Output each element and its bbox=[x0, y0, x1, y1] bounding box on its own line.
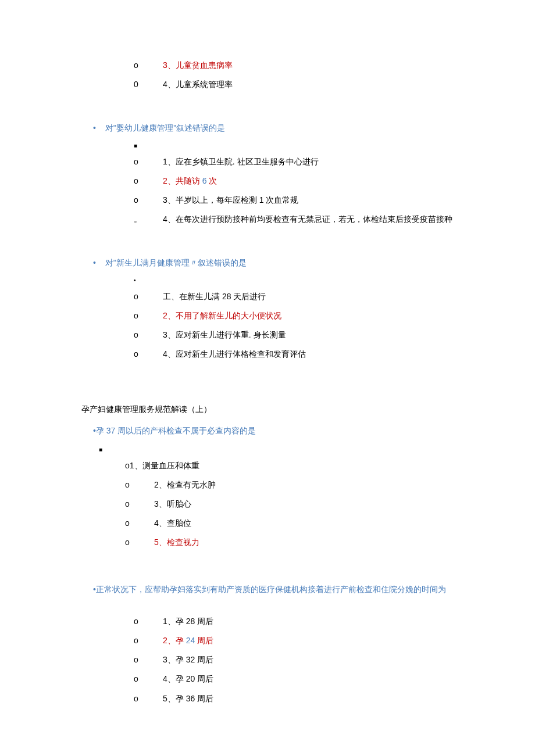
bullet-dot-icon: • bbox=[93, 258, 96, 267]
option-q3-1: o 工、在新生儿满 28 天后进行 bbox=[134, 289, 454, 304]
option-text: 2、孕 24 周后 bbox=[163, 633, 213, 648]
option-text: 2、检查有无水肿 bbox=[154, 478, 216, 492]
option-text: o1、测量血压和体重 bbox=[125, 461, 199, 470]
option-text: 4、查胎位 bbox=[154, 516, 191, 531]
option-q5-2: o 2、孕 24 周后 bbox=[134, 633, 454, 648]
bullet-o: o bbox=[134, 347, 163, 361]
option-q2-1: o 1、应在乡镇卫生院. 社区卫生服务中心进行 bbox=[134, 155, 454, 169]
option-text: 4、孕 20 周后 bbox=[163, 672, 213, 686]
bullet-o: o bbox=[134, 633, 163, 648]
bullet-o: o bbox=[134, 174, 163, 188]
bullet-o: o bbox=[134, 309, 163, 323]
sub-bullet-square-icon: ■ bbox=[134, 141, 454, 151]
opt2-pre: 2、孕 bbox=[163, 636, 186, 645]
option-text: 5、孕 36 周后 bbox=[163, 691, 213, 706]
q-post: 周以后的产科检查不属于必查内容的是 bbox=[115, 426, 256, 435]
option-q2-4: 。 4、在每次进行预防接种前均要检查有无禁忌证，若无，体检结束后接受疫苗接种 bbox=[134, 212, 454, 227]
option-q2-3: o 3、半岁以上，每年应检测 1 次血常规 bbox=[134, 193, 454, 207]
bullet-o: o bbox=[125, 478, 154, 492]
option-q5-3: o 3、孕 32 周后 bbox=[134, 653, 454, 667]
option-text: 5、检查视力 bbox=[154, 535, 199, 550]
bullet-o: o bbox=[125, 497, 154, 511]
option-q3-4: o 4、应对新生儿进行体格检查和发育评估 bbox=[134, 347, 454, 361]
option-q5-5: o 5、孕 36 周后 bbox=[134, 691, 454, 706]
option-text: 3、半岁以上，每年应检测 1 次血常规 bbox=[163, 193, 298, 207]
option-text: 4、儿童系统管理率 bbox=[163, 77, 233, 92]
q-quote: ''新生儿满月健康管理〃 bbox=[113, 258, 198, 267]
option-text: 3、孕 32 周后 bbox=[163, 653, 213, 667]
bullet-o: o bbox=[134, 614, 163, 629]
option-text: 3、儿童贫血患病率 bbox=[163, 58, 233, 73]
option-q5-4: o 4、孕 20 周后 bbox=[134, 672, 454, 686]
sub-bullet-square-icon: ■ bbox=[99, 445, 454, 455]
option-q4-2: o 2、检查有无水肿 bbox=[125, 478, 454, 492]
bullet-o: o bbox=[134, 289, 163, 304]
opt2-num: 24 bbox=[186, 636, 195, 645]
q-num: 37 bbox=[106, 426, 116, 435]
bullet-circle: 。 bbox=[134, 212, 163, 227]
option-a3: o 3、儿童贫血患病率 bbox=[134, 58, 454, 73]
bullet-o: o bbox=[125, 535, 154, 550]
option-q3-2: o 2、不用了解新生儿的大小便状况 bbox=[134, 309, 454, 323]
bullet-dot-icon: • bbox=[93, 123, 96, 132]
question-referral-time: •正常状况下，应帮助孕妇落实到有助产资质的医疗保健机构接着进行产前检查和住院分娩… bbox=[93, 582, 454, 597]
q-quote: ''婴幼儿健康管理" bbox=[113, 123, 176, 132]
option-text: 4、应对新生儿进行体格检查和发育评估 bbox=[163, 347, 306, 361]
question-newborn-month: • 对''新生儿满月健康管理〃叙述错误的是 bbox=[93, 256, 454, 270]
bullet-o: o bbox=[134, 672, 163, 686]
option-q3-3: o 3、应对新生儿进行体重. 身长测量 bbox=[134, 328, 454, 342]
option-text: 1、应在乡镇卫生院. 社区卫生服务中心进行 bbox=[163, 155, 319, 169]
sub-bullet-dot-icon: • bbox=[134, 275, 454, 286]
section-title: 孕产妇健康管理服务规范解读（上） bbox=[81, 402, 454, 417]
q-post: 叙述错误的是 bbox=[176, 123, 225, 132]
bullet-o: o bbox=[134, 328, 163, 342]
opt2-post: 次 bbox=[206, 176, 217, 185]
bullet-0: 0 bbox=[134, 77, 163, 92]
question-infant-health: • 对''婴幼儿健康管理"叙述错误的是 bbox=[93, 121, 454, 135]
option-text: 4、在每次进行预防接种前均要检查有无禁忌证，若无，体检结束后接受疫苗接种 bbox=[163, 212, 452, 227]
q-post: 叙述错误的是 bbox=[198, 258, 247, 267]
opt2-post: 周后 bbox=[195, 636, 213, 645]
option-q2-2: o 2、共随访 6 次 bbox=[134, 174, 454, 188]
q-pre: 对 bbox=[105, 123, 113, 132]
question-week37: •孕 37 周以后的产科检查不属于必查内容的是 bbox=[93, 424, 454, 438]
option-q4-3: o 3、听胎心 bbox=[125, 497, 454, 511]
bullet-o: o bbox=[134, 653, 163, 667]
q-pre: 对 bbox=[105, 258, 113, 267]
option-q5-1: o 1、孕 28 周后 bbox=[134, 614, 454, 629]
opt2-pre: 2、共随访 bbox=[163, 176, 202, 185]
question-text: •正常状况下，应帮助孕妇落实到有助产资质的医疗保健机构接着进行产前检查和住院分娩… bbox=[93, 585, 446, 594]
option-q4-5: o 5、检查视力 bbox=[125, 535, 454, 550]
option-text: 3、听胎心 bbox=[154, 497, 191, 511]
question-text: 对''新生儿满月健康管理〃叙述错误的是 bbox=[105, 258, 247, 267]
question-text: 对''婴幼儿健康管理"叙述错误的是 bbox=[105, 123, 225, 132]
q-pre: •孕 bbox=[93, 426, 106, 435]
question-text: •孕 37 周以后的产科检查不属于必查内容的是 bbox=[93, 426, 256, 435]
bullet-o: o bbox=[134, 691, 163, 706]
option-text: 2、不用了解新生儿的大小便状况 bbox=[163, 309, 281, 323]
option-text: 3、应对新生儿进行体重. 身长测量 bbox=[163, 328, 286, 342]
bullet-o: o bbox=[134, 155, 163, 169]
option-q4-1: o1、测量血压和体重 bbox=[125, 458, 454, 473]
bullet-o: o bbox=[125, 516, 154, 531]
option-a4: 0 4、儿童系统管理率 bbox=[134, 77, 454, 92]
bullet-o: o bbox=[134, 58, 163, 73]
bullet-o: o bbox=[134, 193, 163, 207]
option-text: 2、共随访 6 次 bbox=[163, 174, 217, 188]
option-text: 工、在新生儿满 28 天后进行 bbox=[163, 289, 266, 304]
option-q4-4: o 4、查胎位 bbox=[125, 516, 454, 531]
option-text: 1、孕 28 周后 bbox=[163, 614, 213, 629]
